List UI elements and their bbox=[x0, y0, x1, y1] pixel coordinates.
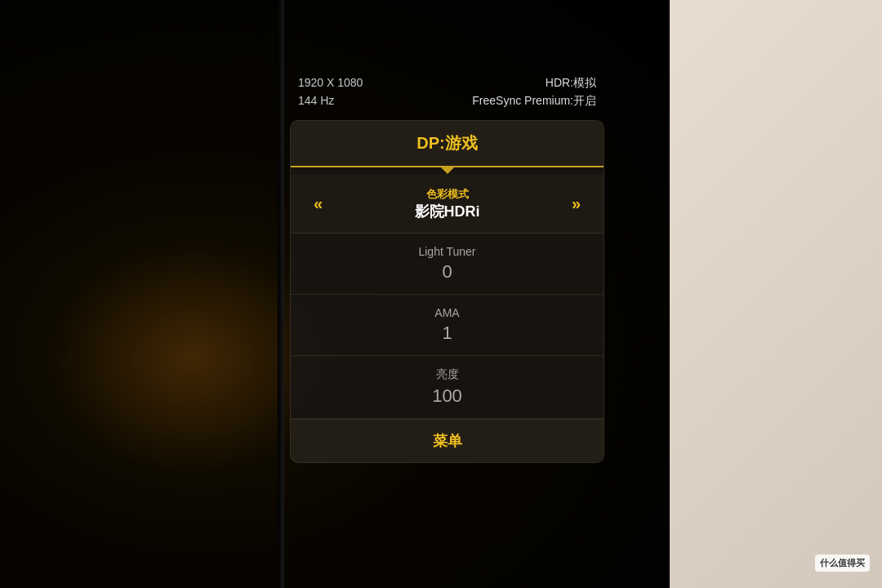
osd-container: 1920 X 1080 144 Hz HDR:模拟 FreeSync Premi… bbox=[290, 74, 604, 463]
freesync-status: FreeSync Premium:开启 bbox=[472, 91, 596, 109]
ama-value: 1 bbox=[307, 323, 587, 344]
menu-button-label: 菜单 bbox=[433, 433, 462, 449]
ama-label: AMA bbox=[307, 306, 587, 319]
ama-item[interactable]: AMA 1 bbox=[291, 295, 604, 356]
status-bar: 1920 X 1080 144 Hz HDR:模拟 FreeSync Premi… bbox=[290, 74, 604, 110]
status-left: 1920 X 1080 144 Hz bbox=[298, 74, 363, 110]
light-tuner-value: 0 bbox=[307, 261, 587, 283]
light-tuner-label: Light Tuner bbox=[307, 245, 587, 258]
refresh-rate-text: 144 Hz bbox=[298, 91, 363, 109]
brightness-label: 亮度 bbox=[307, 368, 587, 382]
color-mode-row: « 色彩模式 影院HDRi » bbox=[291, 174, 604, 234]
watermark: 什么值得买 bbox=[815, 555, 870, 572]
menu-button[interactable]: 菜单 bbox=[291, 419, 604, 462]
color-mode-right-arrow[interactable]: » bbox=[565, 191, 587, 216]
color-mode-content: 色彩模式 影院HDRi bbox=[329, 187, 565, 221]
osd-title-row: DP:游戏 bbox=[291, 121, 604, 167]
hdr-status: HDR:模拟 bbox=[472, 74, 596, 91]
brightness-value: 100 bbox=[307, 385, 587, 407]
frame-edge bbox=[278, 0, 284, 588]
brightness-item[interactable]: 亮度 100 bbox=[291, 356, 604, 419]
color-mode-left-arrow[interactable]: « bbox=[307, 191, 329, 216]
watermark-logo: 什么值得买 bbox=[815, 555, 870, 572]
osd-title: DP:游戏 bbox=[416, 134, 477, 152]
color-mode-value: 影院HDRi bbox=[329, 202, 565, 221]
color-mode-label: 色彩模式 bbox=[366, 187, 529, 202]
status-right: HDR:模拟 FreeSync Premium:开启 bbox=[472, 74, 596, 110]
osd-panel: DP:游戏 « 色彩模式 影院HDRi » Light Tuner 0 AMA … bbox=[290, 120, 604, 463]
light-tuner-item[interactable]: Light Tuner 0 bbox=[291, 234, 604, 295]
background-right bbox=[670, 0, 882, 588]
resolution-text: 1920 X 1080 bbox=[298, 74, 363, 91]
